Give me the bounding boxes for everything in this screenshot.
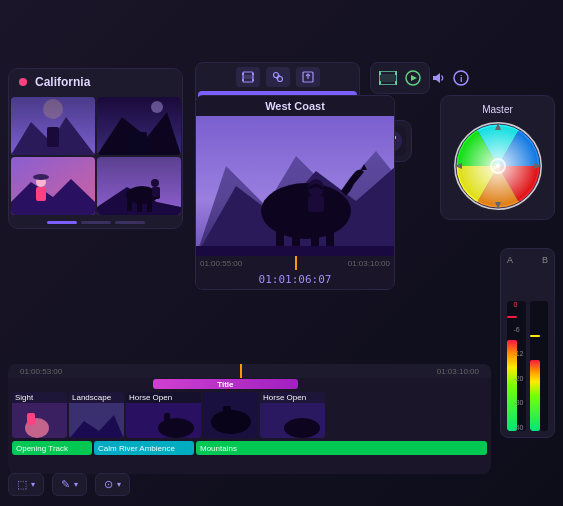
volume-icon[interactable] — [429, 68, 445, 88]
vu-fill-b — [530, 360, 540, 432]
vu-bar-b — [530, 301, 549, 431]
library-title: California — [35, 75, 90, 89]
ctrl-bar-1 — [47, 221, 77, 224]
audio-mountains[interactable]: Mountains — [196, 441, 487, 455]
svg-rect-27 — [252, 73, 254, 75]
svg-rect-3 — [47, 127, 59, 147]
color-wheel-svg — [453, 121, 543, 211]
vu-scale-30: -30 — [513, 399, 523, 406]
ruler-end: 01:03:10:00 — [437, 367, 479, 376]
vu-meter-labels: A B — [507, 255, 548, 265]
svg-rect-28 — [252, 79, 254, 81]
thumb-2-image — [97, 97, 181, 155]
svg-rect-18 — [127, 199, 132, 211]
svg-rect-25 — [242, 73, 244, 75]
audio-calm-label: Calm River Ambience — [98, 444, 175, 453]
preview-video-content — [196, 116, 395, 256]
vu-scale-0: 0 — [513, 301, 523, 308]
library-thumb-1[interactable] — [11, 97, 95, 155]
timeline-panel: 01:00:53:00 01:03:10:00 Title Sight Land… — [8, 364, 491, 474]
preview-title: West Coast — [196, 96, 394, 116]
vu-bars: 0 -6 -12 -20 -30 -40 — [507, 269, 548, 431]
clip-landscape[interactable]: Landscape — [69, 392, 124, 438]
clip-horse-open-2-label: Horse Open — [260, 392, 325, 403]
bottom-toolbar: ⬚ ▾ ✎ ▾ ⊙ ▾ — [8, 473, 130, 496]
audio-tracks-row: Opening Track Calm River Ambience Mounta… — [8, 440, 491, 456]
play-icon[interactable] — [405, 68, 421, 88]
audio-mountains-label: Mountains — [200, 444, 237, 453]
library-dot — [19, 78, 27, 86]
vu-meters-panel: A B 0 -6 -12 -20 -30 -40 — [500, 248, 555, 438]
blade-tool-button[interactable]: ✎ ▾ — [52, 473, 87, 496]
title-clip[interactable]: Title — [153, 379, 298, 389]
svg-rect-13 — [39, 201, 43, 211]
svg-rect-7 — [127, 132, 147, 155]
audio-calm-river[interactable]: Calm River Ambience — [94, 441, 194, 455]
collection-tab-icon[interactable] — [266, 67, 290, 87]
film-strip-icon[interactable] — [379, 68, 397, 88]
vu-label-a: A — [507, 255, 513, 265]
speed-tool-dropdown-icon: ▾ — [117, 480, 121, 489]
select-tool-button[interactable]: ⬚ ▾ — [8, 473, 44, 496]
preview-playhead — [295, 256, 297, 270]
svg-point-79 — [284, 418, 320, 438]
color-wheel[interactable] — [453, 121, 543, 211]
svg-rect-77 — [223, 406, 231, 420]
svg-point-2 — [43, 99, 63, 119]
clip-horse-open-1-label: Horse Open — [126, 392, 201, 403]
select-tool-icon: ⬚ — [17, 478, 27, 491]
ruler-right: 01:03:10:00 — [348, 259, 390, 268]
clip-horse-center[interactable] — [203, 392, 258, 438]
library-panel: California — [8, 68, 183, 229]
film-tab-icon[interactable] — [236, 67, 260, 87]
vu-label-b: B — [542, 255, 548, 265]
preview-ruler: 01:00:55:00 01:03:10:00 — [196, 256, 394, 270]
clip-horse-open-2[interactable]: Horse Open — [260, 392, 325, 438]
timeline-playhead — [240, 364, 242, 378]
library-thumb-3[interactable] — [11, 157, 95, 215]
svg-point-21 — [151, 179, 159, 187]
library-thumb-4[interactable] — [97, 157, 181, 215]
svg-rect-19 — [137, 200, 142, 212]
speed-tool-button[interactable]: ⊙ ▾ — [95, 473, 130, 496]
svg-rect-38 — [395, 72, 397, 75]
svg-rect-20 — [147, 200, 152, 212]
svg-marker-41 — [411, 75, 417, 81]
svg-text:i: i — [460, 74, 463, 84]
select-tool-dropdown-icon: ▾ — [31, 480, 35, 489]
preview-window: West Coast — [195, 95, 395, 290]
svg-rect-26 — [242, 79, 244, 81]
info-icon[interactable]: i — [453, 68, 469, 88]
audio-opening-label: Opening Track — [16, 444, 68, 453]
svg-point-66 — [496, 164, 500, 168]
svg-rect-74 — [164, 413, 170, 423]
title-clip-label: Title — [217, 380, 233, 389]
library-thumb-2[interactable] — [97, 97, 181, 155]
vu-scale-6: -6 — [513, 326, 523, 333]
app-background: California — [0, 0, 563, 506]
thumb-1-image — [11, 97, 95, 155]
svg-rect-35 — [379, 74, 397, 82]
svg-point-6 — [151, 101, 163, 113]
svg-rect-56 — [308, 196, 324, 212]
svg-rect-24 — [243, 75, 253, 79]
preview-video[interactable] — [196, 116, 395, 256]
clip-horse-open-1[interactable]: Horse Open — [126, 392, 201, 438]
playback-controls: i — [370, 62, 430, 94]
audio-opening-track[interactable]: Opening Track — [12, 441, 92, 455]
library-header: California — [9, 69, 182, 95]
blade-tool-dropdown-icon: ▾ — [74, 480, 78, 489]
svg-rect-57 — [196, 246, 395, 256]
blade-tool-icon: ✎ — [61, 478, 70, 491]
preview-timecode: 01:01:06:07 — [196, 270, 394, 289]
vu-scale-20: -20 — [513, 375, 523, 382]
svg-rect-36 — [379, 72, 381, 75]
export-tab-icon[interactable] — [296, 67, 320, 87]
clip-sight-label: Sight — [12, 392, 67, 403]
vu-peak-b — [530, 335, 540, 337]
ruler-start: 01:00:53:00 — [20, 367, 62, 376]
ctrl-bar-2 — [81, 221, 111, 224]
svg-point-12 — [33, 174, 49, 180]
clip-sight[interactable]: Sight — [12, 392, 67, 438]
svg-rect-39 — [395, 81, 397, 84]
